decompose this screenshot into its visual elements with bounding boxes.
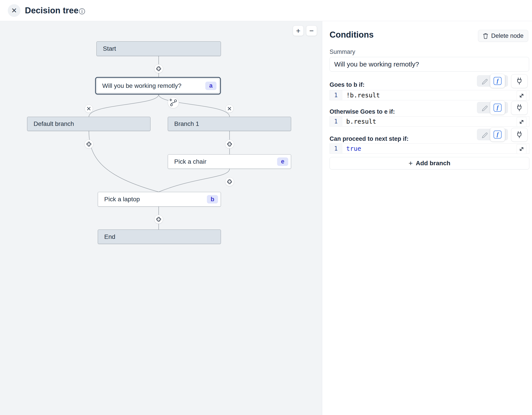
node-end[interactable]: End xyxy=(98,229,221,244)
code-value: b.result xyxy=(342,117,376,126)
zoom-in-button[interactable]: + xyxy=(293,26,304,36)
expand-editor-button[interactable] xyxy=(517,91,526,100)
fx-icon: f xyxy=(494,130,502,138)
editor-mode-toggle: f xyxy=(477,129,508,140)
plus-icon xyxy=(154,215,163,224)
summary-label: Summary xyxy=(330,49,355,55)
line-number: 1 xyxy=(330,117,342,126)
condition-label: Can proceed to next step if: xyxy=(330,135,409,142)
node-start[interactable]: Start xyxy=(96,41,221,56)
plus-icon: + xyxy=(408,159,413,168)
pencil-icon xyxy=(481,104,488,111)
fx-mode-button[interactable]: f xyxy=(490,128,505,141)
code-value: !b.result xyxy=(342,90,380,100)
x-icon xyxy=(85,105,93,113)
add-branch-label: Add branch xyxy=(416,160,450,167)
node-badge: a xyxy=(205,82,217,90)
node-label: Default branch xyxy=(34,120,74,128)
node-label: Pick a chair xyxy=(174,158,207,165)
node-badge: e xyxy=(277,158,288,166)
plug-icon xyxy=(515,77,523,86)
node-label: Branch 1 xyxy=(174,120,199,128)
zoom-out-button[interactable]: − xyxy=(306,26,317,36)
node-label: End xyxy=(104,233,115,240)
add-step-button[interactable] xyxy=(85,140,93,148)
x-icon xyxy=(226,105,233,113)
node-badge: b xyxy=(207,195,218,204)
expand-icon xyxy=(517,91,526,100)
plus-icon xyxy=(225,140,234,148)
connect-data-button[interactable] xyxy=(511,74,528,88)
line-number: 1 xyxy=(330,144,342,153)
delete-node-button[interactable]: Delete node xyxy=(478,30,528,42)
info-icon xyxy=(79,8,85,15)
code-editor[interactable]: 1 b.result xyxy=(330,116,529,127)
add-step-button[interactable] xyxy=(154,64,163,73)
close-button[interactable]: ✕ xyxy=(8,4,20,17)
code-editor[interactable]: 1 !b.result xyxy=(330,90,529,100)
node-default-branch[interactable]: Default branch xyxy=(27,117,151,131)
condition-label: Goes to b if: xyxy=(330,81,365,88)
connect-data-button[interactable] xyxy=(511,101,528,115)
close-icon: ✕ xyxy=(11,6,17,15)
header: ✕ Decision tree xyxy=(0,0,532,21)
connect-data-button[interactable] xyxy=(511,128,528,142)
remove-branch-button[interactable] xyxy=(225,105,234,113)
remove-branch-button[interactable] xyxy=(85,105,93,113)
node-label: Pick a laptop xyxy=(104,196,140,203)
fx-mode-button[interactable]: f xyxy=(490,74,505,88)
code-editor[interactable]: 1 true xyxy=(330,143,529,154)
branch-icon xyxy=(168,97,179,108)
plus-icon xyxy=(85,140,93,148)
plus-icon xyxy=(154,64,163,73)
decision-tree-editor: ✕ Decision tree + − Start Wi xyxy=(0,0,532,415)
expand-editor-button[interactable] xyxy=(517,144,526,154)
plus-icon xyxy=(225,177,234,186)
node-label: Start xyxy=(103,45,116,52)
plug-icon xyxy=(515,130,523,139)
plug-icon xyxy=(515,103,523,112)
plus-icon: + xyxy=(296,27,300,35)
minus-icon: − xyxy=(309,27,314,35)
page-title: Decision tree xyxy=(25,0,78,21)
line-number: 1 xyxy=(330,90,342,100)
add-step-button[interactable] xyxy=(225,140,234,148)
expand-editor-button[interactable] xyxy=(517,117,526,127)
delete-node-label: Delete node xyxy=(491,32,523,39)
node-question-selected[interactable]: Will you be working remotly? a xyxy=(95,77,221,95)
pencil-icon xyxy=(481,131,488,138)
expand-icon xyxy=(517,144,526,154)
summary-input[interactable] xyxy=(330,57,529,72)
expand-icon xyxy=(517,117,526,127)
flow-canvas[interactable]: + − Start Will you be working remotly? a… xyxy=(0,21,322,415)
editor-mode-toggle: f xyxy=(477,102,508,113)
editor-mode-toggle: f xyxy=(477,75,508,87)
node-pick-laptop[interactable]: Pick a laptop b xyxy=(98,192,221,207)
add-branch-node-button[interactable] xyxy=(168,97,179,108)
node-label: Will you be working remotly? xyxy=(102,82,181,89)
fx-icon: f xyxy=(494,104,502,112)
condition-label: Otherwise Goes to e if: xyxy=(330,108,395,115)
node-branch-1[interactable]: Branch 1 xyxy=(168,117,291,131)
node-pick-chair[interactable]: Pick a chair e xyxy=(168,154,291,169)
code-value: true xyxy=(342,144,361,153)
pencil-icon xyxy=(481,77,488,85)
conditions-panel: Conditions Delete node Summary Goes to b… xyxy=(322,21,532,415)
add-branch-button[interactable]: + Add branch xyxy=(330,157,529,169)
panel-title: Conditions xyxy=(330,30,374,40)
add-step-button[interactable] xyxy=(154,215,163,224)
add-step-button[interactable] xyxy=(225,177,234,186)
fx-mode-button[interactable]: f xyxy=(490,101,505,115)
fx-icon: f xyxy=(494,77,502,85)
trash-icon xyxy=(483,33,488,39)
